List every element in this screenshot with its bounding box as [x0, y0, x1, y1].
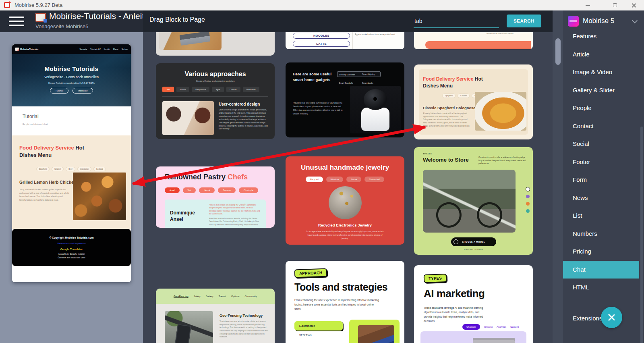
- gadgets-select: Smart Locks: [360, 80, 401, 86]
- preview-footer: © Copyright Mobirise-Tutorials.com Daten…: [12, 229, 131, 266]
- spaghetti-photo: [475, 92, 526, 131]
- pastry-tab: Christophe: [239, 187, 258, 193]
- ai-title: AI marketing: [424, 287, 533, 300]
- category-list: Features Article Image & Video Gallery &…: [563, 27, 644, 343]
- orange-bar: [425, 41, 531, 49]
- sidebar-item-social[interactable]: Social: [563, 135, 644, 153]
- approaches-heading: User-centered design: [219, 102, 260, 106]
- hamburger-menu-icon[interactable]: [9, 16, 24, 27]
- search-button[interactable]: SEARCH: [507, 15, 541, 27]
- preview-footer-link: Datenschutz und Impressum: [12, 242, 131, 245]
- sidebar-item-user-blocks[interactable]: User Blocks: [563, 337, 644, 343]
- block-card-orange-bar[interactable]: Served with a side of fresh berries.: [414, 32, 533, 49]
- block-card-pastry-chefs[interactable]: Renowned Pastry Chefs Ansel Tosi Hermé D…: [156, 166, 275, 228]
- jewelry-tab: Customized: [364, 177, 384, 182]
- preview-dish-image: [73, 173, 126, 220]
- preview-footer-line2: Übersetzt alle Inhalte der Seite: [12, 256, 131, 259]
- sidebar-item-pricing[interactable]: Pricing: [563, 243, 644, 261]
- project-logo-icon: [35, 13, 46, 22]
- tools-badge: APPROACH: [294, 268, 327, 278]
- sidebar-item-html[interactable]: HTML: [563, 279, 644, 297]
- sidebar-item-chat[interactable]: Chat: [563, 261, 639, 279]
- pastry-title-accent: Chefs: [228, 173, 248, 181]
- approaches-photo: [162, 101, 214, 135]
- food-tab: Chicken: [458, 94, 470, 98]
- preview-nav-link: Suchen: [122, 48, 128, 50]
- food-tab: Spaghetti: [442, 94, 456, 98]
- preview-tutorial-text: Es gibt noch keinen Inhalt: [23, 123, 131, 125]
- close-icon[interactable]: [625, 0, 643, 10]
- divider: [162, 96, 268, 97]
- block-card-scooter[interactable]: Geo-Fencing Safety Battery Transit Optio…: [156, 289, 275, 343]
- block-card-food-delivery[interactable]: Food Delivery Service Hot Dishes Menu Sp…: [414, 64, 533, 139]
- scooter-body: To address concerns about scooter clutte…: [219, 320, 269, 339]
- ai-doc-screenshot: [473, 338, 515, 343]
- preview-hero-title: Mobirise Tutorials: [12, 54, 131, 72]
- preview-food-section: Food Delivery Service Hot Dishes Menu Sp…: [12, 135, 131, 229]
- gadgets-select: Smart Lighting: [360, 71, 401, 77]
- approaches-subtitle: Create effective and engaging websites: [156, 80, 275, 82]
- camera-photo: [350, 86, 401, 133]
- panel-scrollbar[interactable]: [553, 10, 563, 343]
- sidebar-item-contact[interactable]: Contact: [563, 117, 644, 135]
- sidebar-item-footer[interactable]: Footer: [563, 153, 644, 171]
- block-card-menu-tabs[interactable]: NOODLES LATTE Eggs or smoked salmon for …: [286, 32, 404, 49]
- blocks-panel-topbar: Drag Block to Page SEARCH: [143, 10, 553, 32]
- ai-body: These assistants leverage AI and machine…: [424, 306, 484, 323]
- block-card-laptop[interactable]: [156, 32, 275, 56]
- food-heading: Classic Spaghetti Bolognese: [423, 106, 475, 110]
- close-panel-fab[interactable]: [601, 307, 622, 328]
- block-card-various-approaches[interactable]: Various approaches Create effective and …: [156, 63, 275, 139]
- jewelry-tab: Miniature: [326, 177, 344, 182]
- preview-hero: Mobirise Tutorials Vorlageseite - Fonts …: [12, 54, 131, 106]
- jewelry-tab-active: Recycled: [306, 177, 323, 182]
- jewelry-title: Unusual handmade jewelry: [286, 164, 404, 172]
- menu-snippet: Eggs or smoked salmon for an extra prote…: [355, 33, 401, 36]
- block-card-handmade-jewelry[interactable]: Unusual handmade jewelry Recycled Miniat…: [286, 156, 404, 245]
- preview-brand-logo-icon: [15, 48, 19, 51]
- sidebar-item-numbers[interactable]: Numbers: [563, 225, 644, 243]
- sidebar-item-news[interactable]: News: [563, 189, 644, 207]
- store-title: Welcome to Store: [423, 157, 469, 163]
- scooter-tabbar: Geo-Fencing Safety Battery Transit Optio…: [156, 289, 275, 304]
- scooter-tab-active: Geo-Fencing: [174, 295, 188, 297]
- food-body: A hearty Italian classic made with al de…: [423, 112, 471, 127]
- tools-list-item: Social Media: [294, 340, 343, 343]
- project-subtitle: Vorlageseite Mobirise5: [35, 23, 89, 29]
- store-color-dots: [526, 187, 530, 213]
- maximize-icon[interactable]: [606, 0, 624, 10]
- scooter-heading: Geo-Fencing Technology: [219, 314, 263, 318]
- pastry-content-box: Dominique Ansel Ansel is best known for …: [165, 200, 266, 228]
- search-input[interactable]: [414, 15, 499, 27]
- scooter-tab: Safety: [194, 295, 201, 297]
- block-card-ai-marketing[interactable]: TYPES AI marketing These assistants leve…: [414, 265, 533, 343]
- bicycle-photo: [423, 170, 516, 233]
- sidebar-item-people[interactable]: People: [563, 99, 644, 117]
- preview-footer-translator: Google Translator: [12, 248, 131, 251]
- page-preview[interactable]: MobiriseTutorials Startseite Tutorials A…: [12, 44, 131, 282]
- sidebar-item-image-video[interactable]: Image & Video: [563, 63, 644, 81]
- preview-brand: MobiriseTutorials: [20, 48, 38, 50]
- tools-list-item: SEO Tools: [294, 331, 343, 340]
- block-card-smart-home[interactable]: Here are some useful smart home gadgets …: [286, 62, 404, 137]
- sidebar-item-features[interactable]: Features: [563, 27, 644, 46]
- scooter-tab: Transit: [219, 295, 226, 297]
- sidebar-item-list[interactable]: List: [563, 207, 644, 225]
- block-card-store[interactable]: WHEELS Welcome to Store Our store is pro…: [414, 147, 533, 255]
- preview-tutorial-section: Tutorial Es gibt noch keinen Inhalt: [12, 106, 131, 135]
- pastry-title: Renowned Pastry: [165, 173, 228, 181]
- preview-dish-body: Juicy, marinated chicken breasts grilled…: [19, 188, 70, 202]
- approaches-tab: Wireframe: [243, 87, 259, 92]
- sidebar-item-gallery-slider[interactable]: Gallery & Slider: [563, 81, 644, 100]
- divider: [352, 32, 353, 49]
- block-card-tools-strategies[interactable]: APPROACH Tools and strategies From enhan…: [286, 261, 404, 343]
- sidebar-item-article[interactable]: Article: [563, 46, 644, 64]
- minimize-icon[interactable]: [579, 0, 596, 10]
- store-body: Our store is proud to offer a wide array…: [478, 156, 528, 165]
- gadgets-body: Provides real-time video surveillance of…: [293, 101, 345, 115]
- preview-hero-subtitle: Vorlageseite - Fonts noch umstellen: [12, 75, 131, 79]
- approaches-tab: Responsive: [192, 87, 209, 92]
- panel-scrollbar-thumb[interactable]: [555, 38, 561, 65]
- preview-food-tab: Vegetarian: [77, 167, 92, 171]
- sidebar-item-form[interactable]: Form: [563, 171, 644, 189]
